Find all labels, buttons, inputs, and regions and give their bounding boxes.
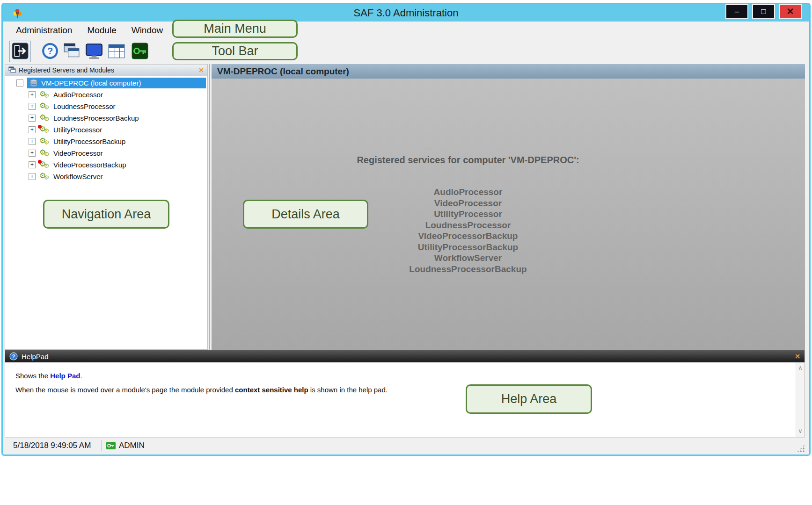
helppad-title: HelpPad xyxy=(22,353,49,361)
status-bar: 5/18/2018 9:49:05 AM ADMIN xyxy=(5,437,805,453)
tree-item-label: LoudnessProcessorBackup xyxy=(53,114,139,122)
annotation-navigation-area: Navigation Area xyxy=(43,200,169,229)
navigation-close-icon[interactable]: ✕ xyxy=(198,66,204,74)
expand-icon[interactable]: + xyxy=(29,161,36,168)
tree-item-loudnessprocessorbackup[interactable]: +⚙⚙LoudnessProcessorBackup xyxy=(5,112,207,124)
tree-item-label: AudioProcessor xyxy=(53,91,103,99)
scrollbar[interactable]: ∧ ∨ xyxy=(796,362,805,437)
tree-item-label: LoudnessProcessor xyxy=(53,102,116,110)
helppad-text: Shows the xyxy=(15,372,50,380)
tree-item-label: VM-DPEPROC (local computer) xyxy=(41,79,141,87)
servers-button[interactable] xyxy=(61,41,82,62)
collapse-icon[interactable]: - xyxy=(16,79,23,87)
alert-dot-icon xyxy=(38,125,42,129)
tree-item-workflowserver[interactable]: +⚙⚙WorkflowServer xyxy=(5,171,207,182)
menu-bar: Administration Module Window ? xyxy=(3,22,809,39)
module-gears-icon: ⚙⚙ xyxy=(39,149,51,158)
annotation-help-area: Help Area xyxy=(466,384,592,414)
status-timestamp: 5/18/2018 9:49:05 AM xyxy=(5,441,96,450)
monitor-icon xyxy=(85,42,103,61)
helppad-close-icon[interactable]: ✕ xyxy=(795,353,800,360)
module-gears-icon: ⚙⚙ xyxy=(39,172,51,181)
scroll-down-icon[interactable]: ∨ xyxy=(796,426,805,436)
services-heading: Registered services for computer 'VM-DPE… xyxy=(212,155,724,166)
panel-splitter[interactable] xyxy=(208,64,212,350)
service-name: AudioProcessor xyxy=(212,187,724,198)
windows-cascade-icon xyxy=(8,66,16,74)
helppad-body: Shows the Help Pad. When the mouse is mo… xyxy=(5,362,805,437)
key-icon xyxy=(132,43,148,61)
maximize-button[interactable]: □ xyxy=(752,4,775,19)
helppad-button[interactable]: ? xyxy=(39,41,61,62)
tree-item-audioprocessor[interactable]: +⚙⚙AudioProcessor xyxy=(5,89,207,101)
tree-item-label: VideoProcessor xyxy=(53,149,103,157)
selected-tree-item[interactable]: VM-DPEPROC (local computer) xyxy=(27,78,206,88)
status-user: ADMIN xyxy=(119,441,145,450)
server-icon xyxy=(29,79,38,88)
module-gears-icon: ⚙⚙ xyxy=(39,90,51,100)
monitor-button[interactable] xyxy=(83,41,105,62)
helppad-panel: ? HelpPad ✕ Shows the Help Pad. When the… xyxy=(5,350,805,437)
tree-item-root-server[interactable]: - VM-DPEPROC (local computer) xyxy=(5,77,207,89)
scroll-up-icon[interactable]: ∧ xyxy=(796,363,805,373)
tree-item-utilityprocessor[interactable]: +⚙⚙UtilityProcessor xyxy=(5,124,207,136)
login-button[interactable] xyxy=(129,41,151,62)
module-gears-icon: ⚙⚙ xyxy=(39,160,51,170)
status-separator xyxy=(101,440,102,451)
module-gears-icon: ⚙⚙ xyxy=(39,114,51,123)
service-name: WorkflowServer xyxy=(212,252,724,264)
helppad-line-1: Shows the Help Pad. xyxy=(15,372,82,380)
tree-item-utilityprocessorbackup[interactable]: +⚙⚙UtilityProcessorBackup xyxy=(5,136,207,147)
expand-icon[interactable]: + xyxy=(29,91,36,98)
annotation-main-menu: Main Menu xyxy=(172,20,298,38)
module-gears-icon: ⚙⚙ xyxy=(39,102,51,111)
helppad-line-2: When the mouse is moved over a module's … xyxy=(15,386,388,394)
tree-item-loudnessprocessor[interactable]: +⚙⚙LoudnessProcessor xyxy=(5,101,207,112)
module-gears-icon: ⚙⚙ xyxy=(39,125,51,135)
modules-grid-icon xyxy=(108,42,125,61)
tree-item-label: UtilityProcessor xyxy=(53,126,102,134)
svg-text:?: ? xyxy=(12,354,15,359)
resize-grip[interactable] xyxy=(797,444,805,453)
navigation-header: Registered Servers and Modules ✕ xyxy=(5,65,207,76)
expand-icon[interactable]: + xyxy=(29,138,36,145)
tree-item-label: VideoProcessorBackup xyxy=(53,161,126,169)
title-bar: SAF 3.0 Administration xyxy=(3,4,809,22)
helppad-text-bold: context sensitive help xyxy=(235,386,308,394)
helppad-text: . xyxy=(80,372,82,380)
window-controls: – □ ✕ xyxy=(725,4,802,19)
service-name: VideoProcessorBackup xyxy=(212,231,724,242)
service-name: LoudnessProcessorBackup xyxy=(212,264,724,275)
menu-window[interactable]: Window xyxy=(132,25,163,36)
annotation-details-area: Details Area xyxy=(243,200,368,229)
exit-icon xyxy=(12,43,29,61)
help-pad-link[interactable]: Help Pad xyxy=(50,372,80,380)
expand-icon[interactable]: + xyxy=(29,103,36,110)
close-button[interactable]: ✕ xyxy=(779,4,802,19)
expand-icon[interactable]: + xyxy=(29,115,36,122)
menu-administration[interactable]: Administration xyxy=(16,25,72,36)
tree-item-videoprocessor[interactable]: +⚙⚙VideoProcessor xyxy=(5,147,207,159)
modules-button[interactable] xyxy=(106,41,127,62)
server-tree: - VM-DPEPROC (local computer) +⚙⚙AudioPr… xyxy=(5,76,207,182)
helppad-text: When the mouse is moved over a module's … xyxy=(15,386,235,394)
module-gears-icon: ⚙⚙ xyxy=(39,137,51,146)
menu-module[interactable]: Module xyxy=(87,25,116,36)
service-name: UtilityProcessorBackup xyxy=(212,242,724,253)
annotation-tool-bar: Tool Bar xyxy=(172,42,298,60)
tree-item-label: WorkflowServer xyxy=(53,173,103,180)
expand-icon[interactable]: + xyxy=(29,126,36,133)
expand-icon[interactable]: + xyxy=(29,173,36,180)
minimize-button[interactable]: – xyxy=(725,4,748,19)
tree-item-videoprocessorbackup[interactable]: +⚙⚙VideoProcessorBackup xyxy=(5,159,207,171)
key-icon xyxy=(106,442,116,449)
tree-item-label: UtilityProcessorBackup xyxy=(53,137,125,145)
help-circle-icon: ? xyxy=(9,352,18,361)
alert-dot-icon xyxy=(38,160,42,164)
window-title: SAF 3.0 Administration xyxy=(3,7,809,19)
details-header-title: VM-DPEPROC (local computer) xyxy=(217,66,349,76)
help-icon: ? xyxy=(41,42,59,61)
tool-bar: ? xyxy=(3,39,809,64)
expand-icon[interactable]: + xyxy=(29,150,36,157)
exit-button[interactable] xyxy=(9,41,31,62)
